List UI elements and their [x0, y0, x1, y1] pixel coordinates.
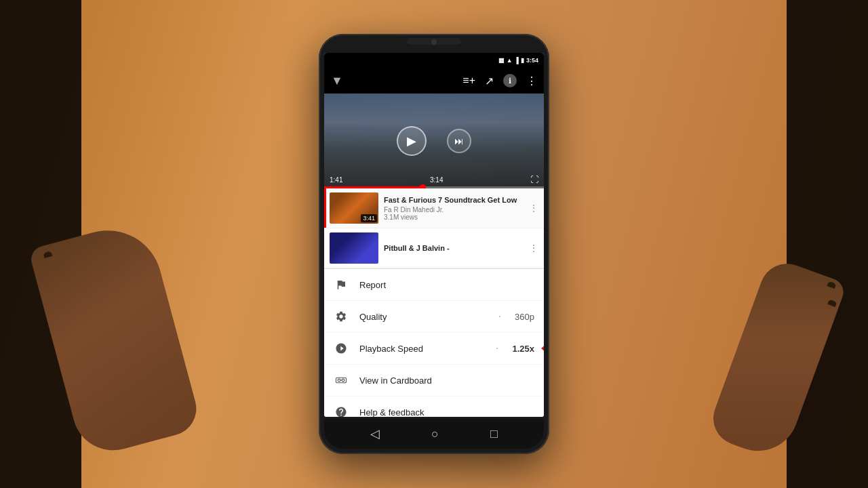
collapse-icon[interactable]: ▼	[331, 74, 343, 88]
flag-icon	[334, 277, 349, 292]
video-title-1: Fast & Furious 7 Soundtrack Get Low	[384, 195, 524, 205]
status-bar: ▦ ▲ ▐ ▮ 3:54	[324, 53, 544, 68]
video-controls: ▶ ⏭	[324, 94, 544, 188]
playback-speed-menu-item[interactable]: Playback Speed · 1.25x	[324, 333, 544, 365]
yt-toolbar: ▼ ≡+ ↗ ℹ ⋮	[324, 68, 544, 94]
info-icon[interactable]: ℹ	[503, 74, 517, 87]
help-icon	[334, 405, 349, 417]
playback-icon	[334, 341, 349, 356]
gear-icon	[334, 309, 349, 324]
skip-button[interactable]: ⏭	[447, 129, 471, 153]
phone-body: ▦ ▲ ▐ ▮ 3:54 ▼ ≡+ ↗ ℹ ⋮	[319, 34, 549, 454]
time-bar: 1:41 3:14 ⛶	[324, 175, 544, 184]
help-menu-item[interactable]: Help & feedback	[324, 396, 544, 417]
back-button[interactable]: ◁	[370, 426, 380, 441]
wifi-icon: ▲	[507, 57, 513, 64]
phone-nav-bar: ◁ ○ □	[324, 419, 544, 449]
quality-value: 360p	[515, 312, 534, 322]
context-menu: Report Quality · 360p	[324, 268, 544, 417]
cast-icon: ▦	[498, 57, 505, 64]
phone-screen: ▦ ▲ ▐ ▮ 3:54 ▼ ≡+ ↗ ℹ ⋮	[324, 53, 544, 417]
thumb-1: 3:41	[330, 192, 378, 224]
playback-speed-value: 1.25x	[512, 344, 534, 354]
views-1: 3.1M views	[384, 214, 418, 221]
help-label: Help & feedback	[359, 407, 534, 418]
recent-button[interactable]: □	[490, 427, 498, 441]
report-menu-item[interactable]: Report	[324, 269, 544, 301]
duration-1: 3:41	[361, 214, 377, 222]
active-indicator	[324, 188, 326, 228]
home-button[interactable]: ○	[431, 427, 439, 441]
arrow-annotation	[541, 340, 544, 357]
time-display: 3:54	[526, 57, 538, 64]
share-icon[interactable]: ↗	[485, 75, 494, 87]
cardboard-label: View in Cardboard	[359, 375, 534, 386]
arrow-head	[541, 340, 544, 357]
status-icons: ▦ ▲ ▐ ▮ 3:54	[498, 57, 538, 64]
quality-menu-item[interactable]: Quality · 360p	[324, 301, 544, 333]
video-meta-1: Fa R Din Mahedi Jr. 3.1M views	[384, 206, 524, 221]
more-options-icon[interactable]: ⋮	[526, 75, 537, 87]
quality-label: Quality	[359, 312, 485, 322]
battery-icon: ▮	[521, 57, 524, 64]
svg-point-1	[338, 379, 340, 382]
svg-point-2	[342, 379, 344, 382]
video-info-1: Fast & Furious 7 Soundtrack Get Low Fa R…	[384, 195, 524, 221]
thumb-2	[330, 232, 378, 264]
report-label: Report	[359, 280, 534, 290]
speed-dot: ·	[496, 342, 498, 354]
channel-1: Fa R Din Mahedi Jr.	[384, 206, 443, 214]
current-time: 1:41	[330, 176, 342, 184]
playlist-item-2[interactable]: Pitbull & J Balvin - ⋮	[324, 228, 544, 268]
quality-dot: ·	[498, 310, 501, 323]
video-player[interactable]: ▶ ⏭ 1:41 3:14 ⛶	[324, 94, 544, 188]
total-time: 3:14	[430, 176, 443, 184]
playlist-item-1[interactable]: 3:41 Fast & Furious 7 Soundtrack Get Low…	[324, 188, 544, 228]
item-more-1[interactable]: ⋮	[529, 203, 538, 214]
playback-speed-label: Playback Speed	[359, 344, 482, 354]
add-queue-icon[interactable]: ≡+	[462, 75, 475, 87]
video-info-2: Pitbull & J Balvin -	[384, 243, 524, 253]
signal-icon: ▐	[515, 57, 519, 64]
cardboard-menu-item[interactable]: View in Cardboard	[324, 365, 544, 396]
video-title-2: Pitbull & J Balvin -	[384, 243, 524, 253]
fullscreen-icon[interactable]: ⛶	[530, 175, 538, 184]
cardboard-icon	[334, 373, 349, 388]
play-button[interactable]: ▶	[397, 126, 427, 156]
playlist-area: 3:41 Fast & Furious 7 Soundtrack Get Low…	[324, 188, 544, 417]
phone: ▦ ▲ ▐ ▮ 3:54 ▼ ≡+ ↗ ℹ ⋮	[319, 34, 549, 454]
thumb-img-2	[330, 232, 378, 264]
phone-camera	[431, 39, 437, 45]
item-more-2[interactable]: ⋮	[529, 243, 538, 253]
